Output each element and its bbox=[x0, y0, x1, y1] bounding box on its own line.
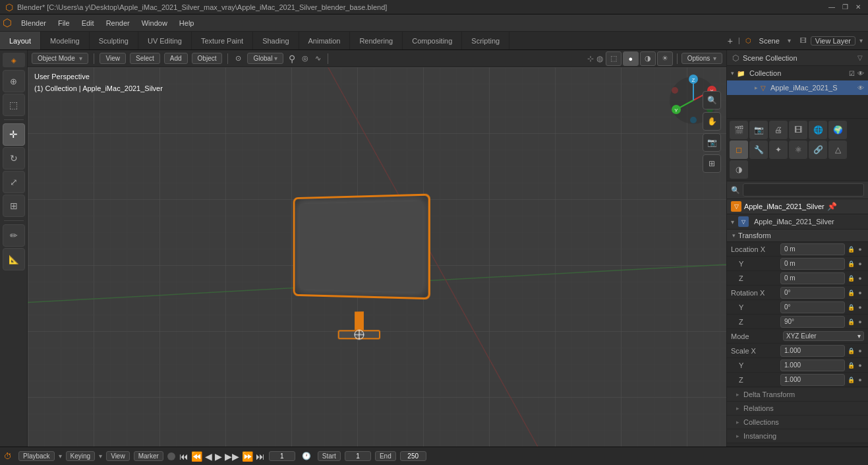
scale-z-lock[interactable]: 🔒 bbox=[847, 376, 855, 384]
location-y-value[interactable]: 0 m bbox=[780, 258, 845, 270]
tab-texture-paint[interactable]: Texture Paint bbox=[192, 32, 253, 49]
measure-tool[interactable]: 📐 bbox=[3, 248, 25, 270]
filter-icon[interactable]: ▽ bbox=[857, 54, 863, 61]
cursor-tool[interactable]: ⊕ bbox=[3, 70, 25, 92]
object-menu-btn[interactable]: Object bbox=[192, 53, 223, 64]
viewport-canvas[interactable]: User Perspective (1) Collection | Apple_… bbox=[28, 67, 726, 447]
prop-scene2-btn[interactable]: 🌐 bbox=[809, 121, 827, 139]
object-mode-dropdown[interactable]: Object Mode ▾ bbox=[32, 53, 88, 64]
menu-render[interactable]: Render bbox=[101, 18, 135, 28]
prop-render-btn[interactable]: 📷 bbox=[749, 121, 768, 139]
scale-y-lock[interactable]: 🔒 bbox=[847, 361, 855, 369]
overlay-toggle[interactable]: ◍ bbox=[596, 54, 603, 63]
current-frame-input[interactable]: 1 bbox=[269, 451, 295, 461]
transform-section-header[interactable]: ▾ Transform bbox=[727, 230, 868, 242]
tab-compositing[interactable]: Compositing bbox=[403, 32, 462, 49]
close-btn[interactable]: ✕ bbox=[854, 3, 863, 12]
pin-icon[interactable]: 📌 bbox=[827, 202, 864, 211]
scene-selector[interactable]: Scene bbox=[755, 37, 784, 45]
tab-uv-editing[interactable]: UV Editing bbox=[138, 32, 192, 49]
tab-layout[interactable]: Layout bbox=[0, 32, 41, 49]
wireframe-shading-btn[interactable]: ⬚ bbox=[606, 51, 622, 66]
properties-search-input[interactable] bbox=[743, 183, 864, 197]
hand-vp-btn[interactable]: ✋ bbox=[703, 112, 721, 131]
options-btn[interactable]: Options ▾ bbox=[681, 53, 722, 64]
rotation-z-lock[interactable]: 🔒 bbox=[847, 318, 855, 326]
scale-x-lock[interactable]: 🔒 bbox=[847, 347, 855, 355]
tab-sculpting[interactable]: Sculpting bbox=[90, 32, 138, 49]
object-eye-icon[interactable]: 👁 bbox=[857, 84, 864, 92]
location-x-lock[interactable]: 🔒 bbox=[847, 245, 855, 253]
prop-modifier-btn[interactable]: 🔧 bbox=[749, 140, 768, 159]
delta-transform-section[interactable]: ▸ Delta Transform bbox=[727, 388, 868, 402]
play-btn[interactable]: ▶ bbox=[215, 451, 222, 462]
orthographic-vp-btn[interactable]: ⊞ bbox=[703, 154, 721, 173]
data-name-value[interactable]: Apple_iMac_2021_Silver bbox=[754, 218, 834, 226]
menu-window[interactable]: Window bbox=[136, 18, 173, 28]
end-frame-input[interactable]: 250 bbox=[400, 451, 426, 461]
rotate-tool[interactable]: ↻ bbox=[3, 147, 25, 170]
scale-y-value[interactable]: 1.000 bbox=[780, 359, 845, 371]
add-menu-btn[interactable]: Add bbox=[164, 53, 188, 64]
scale-z-dot[interactable]: ● bbox=[856, 376, 864, 384]
scale-tool[interactable]: ⤢ bbox=[3, 171, 25, 193]
material-shading-btn[interactable]: ◑ bbox=[640, 51, 656, 66]
maximize-btn[interactable]: ❐ bbox=[840, 3, 850, 12]
location-x-dot[interactable]: ● bbox=[856, 245, 864, 253]
view-menu-btn[interactable]: View bbox=[100, 53, 126, 64]
rotation-mode-select[interactable]: XYZ Euler ▾ bbox=[783, 331, 864, 341]
view-timeline-btn[interactable]: View bbox=[106, 451, 130, 461]
prop-output-btn[interactable]: 🖨 bbox=[769, 121, 788, 139]
prop-object-btn[interactable]: ◻ bbox=[730, 140, 748, 159]
prop-material-btn[interactable]: ◑ bbox=[730, 160, 748, 179]
transform-tool[interactable]: ⊞ bbox=[3, 195, 25, 217]
data-type-selector[interactable]: ▾ bbox=[731, 218, 734, 226]
collections-section[interactable]: ▸ Collections bbox=[727, 416, 868, 429]
menu-file[interactable]: File bbox=[53, 18, 75, 28]
tab-modeling[interactable]: Modeling bbox=[41, 32, 90, 49]
rotation-y-value[interactable]: 0° bbox=[780, 301, 845, 313]
location-z-value[interactable]: 0 m bbox=[780, 272, 845, 284]
location-y-dot[interactable]: ● bbox=[856, 260, 864, 268]
object-name-value[interactable]: Apple_iMac_2021_Silver bbox=[744, 202, 825, 210]
rotation-y-lock[interactable]: 🔒 bbox=[847, 303, 855, 311]
add-workspace-btn[interactable]: + bbox=[728, 36, 733, 46]
rotation-x-lock[interactable]: 🔒 bbox=[847, 289, 855, 297]
prop-particles-btn[interactable]: ✦ bbox=[769, 140, 788, 159]
select-tool[interactable]: ⬚ bbox=[3, 94, 25, 116]
solid-shading-btn[interactable]: ● bbox=[623, 51, 639, 66]
relations-section[interactable]: ▸ Relations bbox=[727, 402, 868, 416]
menu-blender[interactable]: Blender bbox=[16, 18, 51, 28]
prop-constraints-btn[interactable]: 🔗 bbox=[809, 140, 827, 159]
location-z-dot[interactable]: ● bbox=[856, 274, 864, 282]
camera-vp-btn[interactable]: 📷 bbox=[703, 133, 721, 152]
rendered-shading-btn[interactable]: ☀ bbox=[657, 51, 673, 66]
step-fwd-btn[interactable]: ▶▶ bbox=[225, 451, 239, 462]
location-x-value[interactable]: 0 m bbox=[780, 243, 845, 255]
marker-btn[interactable]: Marker bbox=[134, 451, 163, 461]
scale-x-value[interactable]: 1.000 bbox=[780, 345, 845, 357]
outliner-collection-row[interactable]: ▾ 📁 Collection ☑ 👁 bbox=[727, 66, 868, 80]
view-layer-selector[interactable]: View Layer bbox=[811, 36, 855, 46]
jump-next-key-btn[interactable]: ⏩ bbox=[242, 451, 253, 462]
start-frame-input[interactable]: 1 bbox=[345, 451, 371, 461]
viewport-3d[interactable]: Object Mode ▾ View Select Add Object ⊙ G… bbox=[28, 50, 726, 447]
jump-start-btn[interactable]: ⏮ bbox=[179, 451, 188, 462]
rotation-z-value[interactable]: 90° bbox=[780, 316, 845, 328]
annotate-tool[interactable]: ✏ bbox=[3, 224, 25, 247]
tab-shading[interactable]: Shading bbox=[253, 32, 299, 49]
location-y-lock[interactable]: 🔒 bbox=[847, 260, 855, 268]
step-back-btn[interactable]: ◀ bbox=[205, 451, 212, 462]
jump-prev-key-btn[interactable]: ⏪ bbox=[191, 451, 202, 462]
select-menu-btn[interactable]: Select bbox=[130, 53, 160, 64]
gizmo-toggle[interactable]: ⊹ bbox=[587, 54, 594, 63]
rotation-z-dot[interactable]: ● bbox=[856, 318, 864, 326]
menu-help[interactable]: Help bbox=[174, 18, 200, 28]
prop-scene-btn[interactable]: 🎬 bbox=[730, 121, 748, 139]
prop-view-layer-btn[interactable]: 🎞 bbox=[789, 121, 807, 139]
menu-edit[interactable]: Edit bbox=[76, 18, 100, 28]
proportional-fall-icon[interactable]: ∿ bbox=[315, 54, 321, 63]
collection-eye-icon[interactable]: 👁 bbox=[857, 70, 864, 77]
minimize-btn[interactable]: — bbox=[827, 3, 836, 12]
move-tool[interactable]: ✛ bbox=[3, 123, 25, 146]
